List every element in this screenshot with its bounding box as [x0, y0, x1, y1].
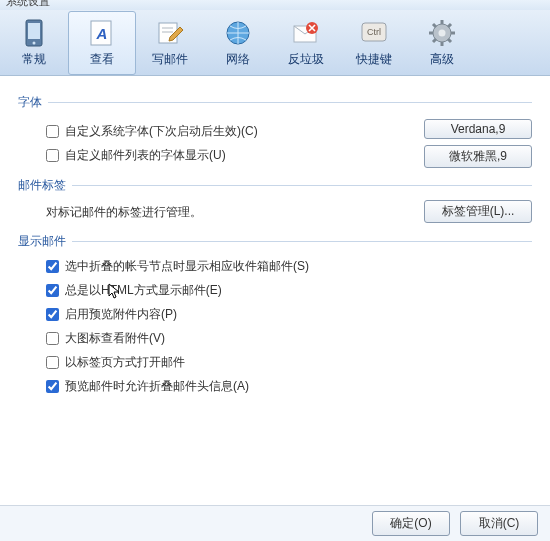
- row-custom-list-font: 自定义邮件列表的字体显示(U): [46, 145, 418, 165]
- label-preview-attach[interactable]: 启用预览附件内容(P): [65, 306, 177, 323]
- svg-line-19: [433, 24, 436, 27]
- manage-tags-button[interactable]: 标签管理(L)...: [424, 200, 532, 223]
- svg-text:A: A: [96, 25, 108, 42]
- window-title: 系统设置: [6, 0, 50, 9]
- svg-point-2: [33, 42, 36, 45]
- checkbox-html-display[interactable]: [46, 284, 59, 297]
- tab-shortcut[interactable]: Ctrl 快捷键: [340, 10, 408, 76]
- cancel-button[interactable]: 取消(C): [460, 511, 538, 536]
- label-custom-list-font[interactable]: 自定义邮件列表的字体显示(U): [65, 147, 226, 164]
- section-title: 显示邮件: [18, 233, 66, 250]
- divider: [72, 185, 532, 186]
- section-display-header: 显示邮件: [18, 233, 532, 250]
- label-collapsed-account[interactable]: 选中折叠的帐号节点时显示相应收件箱邮件(S): [65, 258, 309, 275]
- spam-icon: [291, 18, 321, 48]
- tab-advanced[interactable]: 高级: [408, 10, 476, 76]
- ok-button[interactable]: 确定(O): [372, 511, 450, 536]
- checkbox-large-icon[interactable]: [46, 332, 59, 345]
- row-custom-system-font: 自定义系统字体(下次启动后生效)(C): [46, 121, 418, 141]
- tab-label: 反垃圾: [288, 51, 324, 68]
- svg-line-20: [448, 39, 451, 42]
- checkbox-custom-system-font[interactable]: [46, 125, 59, 138]
- toolbar: 常规 A 查看 写邮件 网络 反垃圾 Ctrl 快捷键 高级: [0, 10, 550, 76]
- gear-icon: [427, 18, 457, 48]
- tab-network[interactable]: 网络: [204, 10, 272, 76]
- tab-label: 快捷键: [356, 51, 392, 68]
- label-custom-system-font[interactable]: 自定义系统字体(下次启动后生效)(C): [65, 123, 258, 140]
- tab-compose[interactable]: 写邮件: [136, 10, 204, 76]
- divider: [48, 102, 532, 103]
- label-tab-open[interactable]: 以标签页方式打开邮件: [65, 354, 185, 371]
- label-large-icon[interactable]: 大图标查看附件(V): [65, 330, 165, 347]
- tab-label: 查看: [90, 51, 114, 68]
- checkbox-collapsed-account[interactable]: [46, 260, 59, 273]
- svg-line-21: [448, 24, 451, 27]
- font-button-list[interactable]: 微软雅黑,9: [424, 145, 532, 168]
- tab-general[interactable]: 常规: [0, 10, 68, 76]
- document-a-icon: A: [87, 18, 117, 48]
- divider: [72, 241, 532, 242]
- ctrl-key-icon: Ctrl: [359, 18, 389, 48]
- compose-icon: [155, 18, 185, 48]
- tab-label: 常规: [22, 51, 46, 68]
- tab-label: 写邮件: [152, 51, 188, 68]
- tab-view[interactable]: A 查看: [68, 11, 136, 75]
- tab-antispam[interactable]: 反垃圾: [272, 10, 340, 76]
- section-font-header: 字体: [18, 94, 532, 111]
- label-html-display[interactable]: 总是以HTML方式显示邮件(E): [65, 282, 222, 299]
- checkbox-preview-attach[interactable]: [46, 308, 59, 321]
- svg-rect-1: [28, 23, 40, 39]
- section-title: 邮件标签: [18, 177, 66, 194]
- svg-point-14: [439, 30, 446, 37]
- tab-label: 网络: [226, 51, 250, 68]
- tags-note: 对标记邮件的标签进行管理。: [46, 204, 418, 221]
- globe-icon: [223, 18, 253, 48]
- section-title: 字体: [18, 94, 42, 111]
- font-button-system[interactable]: Verdana,9: [424, 119, 532, 139]
- tab-label: 高级: [430, 51, 454, 68]
- checkbox-fold-header[interactable]: [46, 380, 59, 393]
- button-bar: 确定(O) 取消(C): [0, 505, 550, 541]
- checkbox-tab-open[interactable]: [46, 356, 59, 369]
- section-tags-header: 邮件标签: [18, 177, 532, 194]
- svg-line-22: [433, 39, 436, 42]
- title-bar: 系统设置: [0, 0, 550, 10]
- phone-icon: [19, 18, 49, 48]
- checkbox-custom-list-font[interactable]: [46, 149, 59, 162]
- label-fold-header[interactable]: 预览邮件时允许折叠邮件头信息(A): [65, 378, 249, 395]
- content-area: 字体 自定义系统字体(下次启动后生效)(C) 自定义邮件列表的字体显示(U) V…: [0, 76, 550, 396]
- svg-text:Ctrl: Ctrl: [367, 27, 381, 37]
